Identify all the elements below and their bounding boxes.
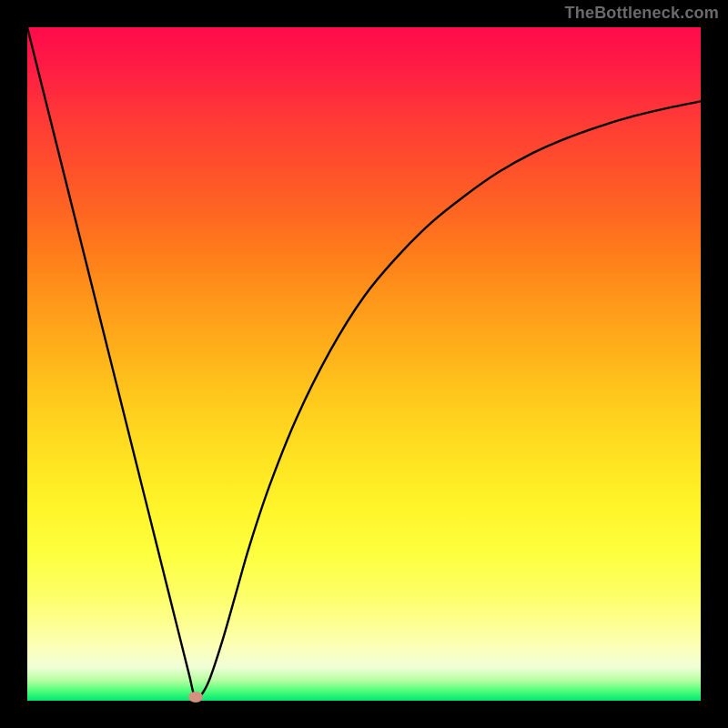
attribution-label: TheBottleneck.com	[565, 4, 719, 23]
plot-area	[27, 27, 701, 701]
chart-stage: TheBottleneck.com	[0, 0, 728, 728]
curve-path	[27, 27, 701, 699]
bottleneck-curve	[27, 27, 701, 701]
optimal-point-marker	[188, 692, 203, 703]
